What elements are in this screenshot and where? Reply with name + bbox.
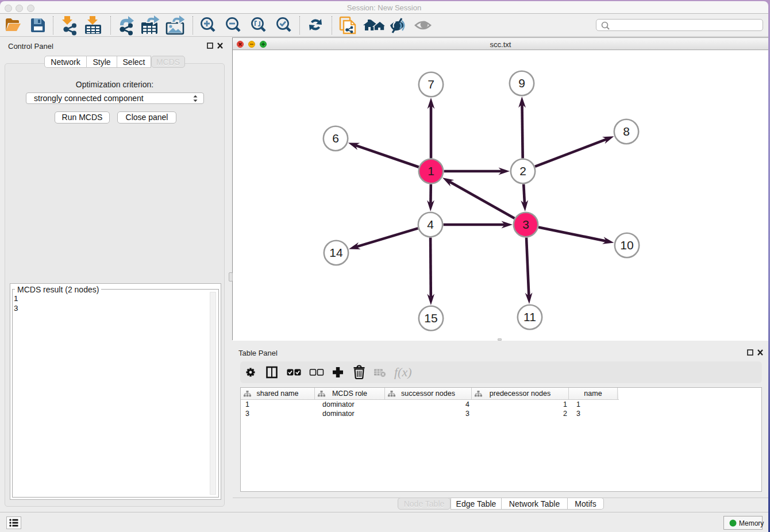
svg-text:8: 8 (623, 125, 630, 138)
svg-text:11: 11 (523, 310, 536, 323)
svg-text:10: 10 (620, 238, 633, 252)
svg-text:f(x): f(x) (394, 365, 412, 379)
svg-text:6: 6 (332, 132, 339, 145)
svg-text:7: 7 (428, 78, 434, 91)
svg-text:2: 2 (519, 164, 526, 178)
svg-text:1: 1 (428, 164, 434, 178)
svg-text:4: 4 (427, 218, 434, 231)
svg-text:3: 3 (522, 218, 529, 231)
svg-text:15: 15 (424, 311, 437, 325)
svg-text:14: 14 (329, 246, 343, 259)
svg-text:9: 9 (518, 76, 525, 90)
